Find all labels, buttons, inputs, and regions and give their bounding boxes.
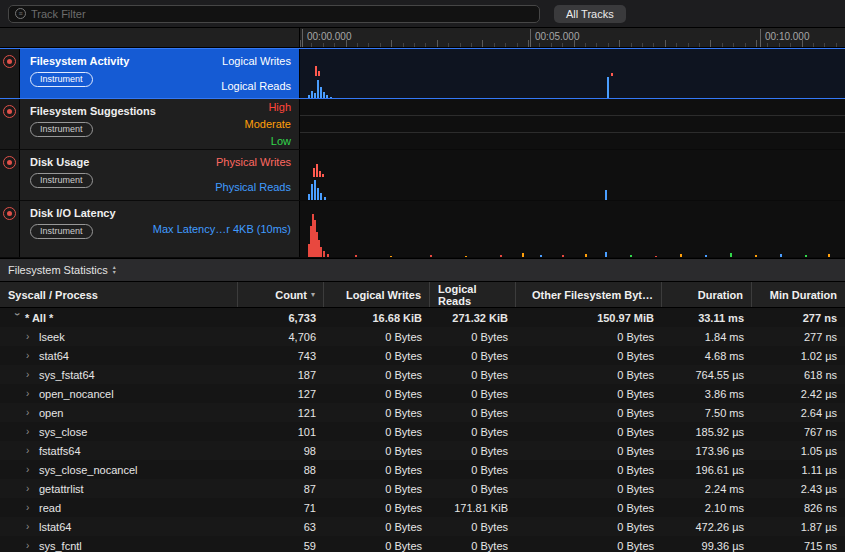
track-graph[interactable]: [300, 99, 845, 149]
cell-logical-reads: 0 Bytes: [430, 350, 516, 362]
column-header-duration[interactable]: Duration: [662, 282, 752, 307]
column-header-other-filesystem-byt[interactable]: Other Filesystem Byt…: [516, 282, 662, 307]
table-row-lseek[interactable]: ›lseek4,7060 Bytes0 Bytes0 Bytes1.84 ms2…: [0, 327, 845, 346]
track-row-disk-usage[interactable]: Disk UsageInstrumentPhysical WritesPhysi…: [0, 150, 845, 201]
cell-logical-reads: 0 Bytes: [430, 331, 516, 343]
channel-label-physical-writes: Physical Writes: [216, 156, 291, 168]
column-header-label: Logical Writes: [346, 289, 421, 301]
track-graph[interactable]: [300, 201, 845, 257]
cell-logical-reads: 0 Bytes: [430, 369, 516, 381]
table-row-stat64[interactable]: ›stat647430 Bytes0 Bytes0 Bytes4.68 ms1.…: [0, 346, 845, 365]
disclosure-collapsed-icon[interactable]: ›: [26, 350, 36, 361]
record-dot-icon: [7, 211, 12, 216]
column-header-min-duration[interactable]: Min Duration: [752, 282, 845, 307]
track-title: Disk I/O Latency: [30, 207, 116, 219]
disclosure-collapsed-icon[interactable]: ›: [26, 540, 36, 551]
column-header-count[interactable]: Count▾: [238, 282, 324, 307]
cell-min-duration: 618 ns: [752, 369, 845, 381]
table-row-sys-fstat64[interactable]: ›sys_fstat641870 Bytes0 Bytes0 Bytes764.…: [0, 365, 845, 384]
track-row-filesystem-suggestions[interactable]: Filesystem SuggestionsInstrumentHighMode…: [0, 99, 845, 150]
cell-duration: 33.11 ms: [662, 312, 752, 324]
cell-min-duration: 277 ns: [752, 331, 845, 343]
cell-count: 87: [238, 483, 324, 495]
track-gutter: [0, 201, 20, 257]
graph-spike: [320, 247, 322, 257]
disclosure-collapsed-icon[interactable]: ›: [26, 388, 36, 399]
track-label-area[interactable]: Disk I/O LatencyInstrumentMax Latency…r …: [20, 201, 300, 257]
column-header-syscall-process[interactable]: Syscall / Process: [0, 282, 238, 307]
cell-logical-writes: 0 Bytes: [324, 350, 430, 362]
column-header-logical-reads[interactable]: Logical Reads: [430, 282, 516, 307]
graph-spike: [320, 193, 322, 200]
column-header-logical-writes[interactable]: Logical Writes: [324, 282, 430, 307]
track-label-area[interactable]: Filesystem ActivityInstrumentLogical Wri…: [20, 49, 300, 98]
table-row-all[interactable]: ›* All *6,73316.68 KiB271.32 KiB150.97 M…: [0, 308, 845, 327]
table-row-fstatfs64[interactable]: ›fstatfs64980 Bytes0 Bytes0 Bytes173.96 …: [0, 441, 845, 460]
table-row-sys-close-nocancel[interactable]: ›sys_close_nocancel880 Bytes0 Bytes0 Byt…: [0, 460, 845, 479]
track-label-area[interactable]: Filesystem SuggestionsInstrumentHighMode…: [20, 99, 300, 149]
disclosure-collapsed-icon[interactable]: ›: [26, 445, 36, 456]
detail-pane-header: Filesystem Statistics ▴ ▾: [0, 258, 845, 282]
track-label-area[interactable]: Disk UsageInstrumentPhysical WritesPhysi…: [20, 150, 300, 200]
cell-duration: 2.10 ms: [662, 502, 752, 514]
cell-logical-writes: 0 Bytes: [324, 540, 430, 552]
cell-min-duration: 767 ns: [752, 426, 845, 438]
disclosure-expanded-icon[interactable]: ›: [12, 313, 23, 323]
graph-spike: [605, 252, 607, 257]
track-filter-input[interactable]: [31, 8, 533, 20]
cell-logical-reads: 171.81 KiB: [430, 502, 516, 514]
cell-min-duration: 2.42 µs: [752, 388, 845, 400]
instrument-record-icon: [3, 105, 16, 118]
timeline-ruler[interactable]: 00:00.00000:05.00000:10.000: [0, 28, 845, 48]
instrument-badge: Instrument: [30, 72, 93, 87]
disclosure-collapsed-icon[interactable]: ›: [26, 464, 36, 475]
cell-other-filesystem-byt: 0 Bytes: [516, 445, 662, 457]
track-title: Filesystem Suggestions: [30, 105, 156, 117]
cell-logical-writes: 0 Bytes: [324, 521, 430, 533]
record-dot-icon: [7, 59, 12, 64]
graph-spike: [311, 184, 313, 200]
cell-other-filesystem-byt: 0 Bytes: [516, 521, 662, 533]
table-row-getattrlist[interactable]: ›getattrlist870 Bytes0 Bytes0 Bytes2.24 …: [0, 479, 845, 498]
cell-min-duration: 2.64 µs: [752, 407, 845, 419]
cell-count: 71: [238, 502, 324, 514]
table-row-lstat64[interactable]: ›lstat64630 Bytes0 Bytes0 Bytes472.26 µs…: [0, 517, 845, 536]
table-row-sys-close[interactable]: ›sys_close1010 Bytes0 Bytes0 Bytes185.92…: [0, 422, 845, 441]
timeline-ruler-scale[interactable]: 00:00.00000:05.00000:10.000: [300, 28, 845, 47]
track-gutter: [0, 99, 20, 149]
ruler-time-label: 00:00.000: [302, 29, 352, 47]
channel-label-physical-reads: Physical Reads: [215, 181, 291, 193]
track-graph[interactable]: [300, 49, 845, 98]
all-tracks-button[interactable]: All Tracks: [554, 5, 626, 23]
disclosure-collapsed-icon[interactable]: ›: [26, 407, 36, 418]
disclosure-collapsed-icon[interactable]: ›: [26, 369, 36, 380]
track-row-filesystem-activity[interactable]: Filesystem ActivityInstrumentLogical Wri…: [0, 48, 845, 99]
cell-logical-writes: 0 Bytes: [324, 464, 430, 476]
table-row-open[interactable]: ›open1210 Bytes0 Bytes0 Bytes7.50 ms2.64…: [0, 403, 845, 422]
disclosure-collapsed-icon[interactable]: ›: [26, 426, 36, 437]
graph-spike: [327, 254, 329, 257]
disclosure-collapsed-icon[interactable]: ›: [26, 483, 36, 494]
cell-min-duration: 715 ns: [752, 540, 845, 552]
disclosure-collapsed-icon[interactable]: ›: [26, 521, 36, 532]
track-row-disk-i-o-latency[interactable]: Disk I/O LatencyInstrumentMax Latency…r …: [0, 201, 845, 258]
cell-logical-writes: 16.68 KiB: [324, 312, 430, 324]
cell-logical-reads: 0 Bytes: [430, 464, 516, 476]
syscall-name: lseek: [39, 331, 65, 343]
table-row-open-nocancel[interactable]: ›open_nocancel1270 Bytes0 Bytes0 Bytes3.…: [0, 384, 845, 403]
syscall-cell: ›sys_close_nocancel: [0, 464, 238, 476]
syscall-cell: ›lseek: [0, 331, 238, 343]
cell-duration: 185.92 µs: [662, 426, 752, 438]
statistics-popup-button[interactable]: Filesystem Statistics ▴ ▾: [8, 264, 116, 276]
cell-count: 59: [238, 540, 324, 552]
syscall-name: sys_fcntl: [39, 540, 82, 552]
table-row-read[interactable]: ›read710 Bytes171.81 KiB0 Bytes2.10 ms82…: [0, 498, 845, 517]
cell-logical-writes: 0 Bytes: [324, 369, 430, 381]
table-row-sys-fcntl[interactable]: ›sys_fcntl590 Bytes0 Bytes0 Bytes99.36 µ…: [0, 536, 845, 552]
graph-spike: [323, 251, 325, 257]
graph-spike: [607, 77, 609, 98]
disclosure-collapsed-icon[interactable]: ›: [26, 331, 36, 342]
disclosure-collapsed-icon[interactable]: ›: [26, 502, 36, 513]
track-filter-field[interactable]: ≡: [8, 5, 540, 23]
track-graph[interactable]: [300, 150, 845, 200]
